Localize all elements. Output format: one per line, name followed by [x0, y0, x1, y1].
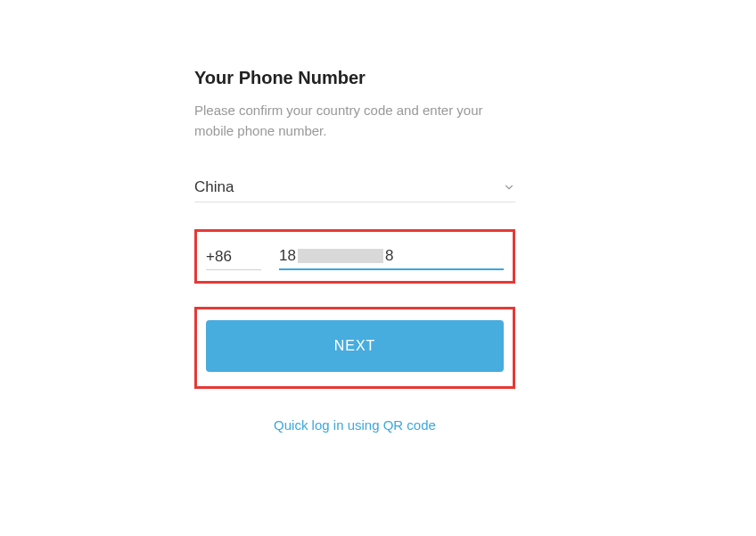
phone-number-redacted: [298, 249, 383, 263]
next-button[interactable]: NEXT: [206, 320, 504, 372]
qr-login-link[interactable]: Quick log in using QR code: [194, 417, 515, 433]
next-button-highlight: NEXT: [194, 307, 515, 389]
login-panel: Your Phone Number Please confirm your co…: [194, 68, 515, 433]
phone-input-row: 18 8: [206, 244, 504, 270]
country-selected-label: China: [194, 178, 234, 196]
phone-number-prefix: 18: [279, 247, 296, 265]
phone-number-suffix: 8: [385, 247, 393, 265]
chevron-down-icon: [503, 181, 515, 194]
page-title: Your Phone Number: [194, 68, 515, 88]
phone-input-highlight: 18 8: [194, 229, 515, 284]
page-subtitle: Please confirm your country code and ent…: [194, 101, 515, 141]
phone-number-field[interactable]: 18 8: [279, 247, 504, 270]
country-code-field[interactable]: [206, 244, 261, 270]
country-selector[interactable]: China: [194, 178, 515, 202]
